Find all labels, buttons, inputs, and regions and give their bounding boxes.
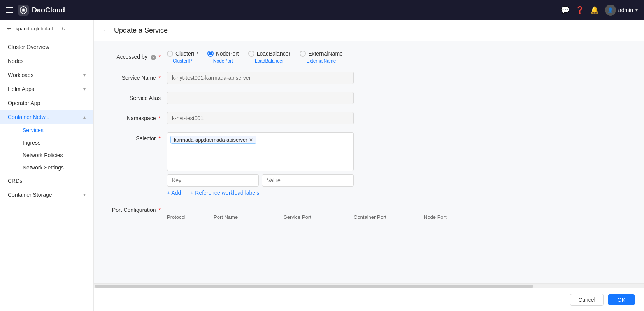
selector-control: karmada-app:karmada-apiserver ✕ + Add xyxy=(167,132,354,196)
sidebar-item-crds[interactable]: CRDs xyxy=(0,174,93,188)
sidebar-item-label: Workloads xyxy=(8,72,33,78)
radio-label-externalname: ExternalName xyxy=(308,51,343,57)
access-type-control: ClusterIP ClusterIP NodePort NodePort xyxy=(167,51,439,64)
user-menu[interactable]: 👤 admin ▾ xyxy=(605,5,638,16)
th-container-port: Container Port xyxy=(354,214,424,220)
chevron-down-icon: ▾ xyxy=(83,72,86,78)
radio-circle-externalname[interactable] xyxy=(300,51,306,57)
service-alias-control xyxy=(167,92,354,104)
sidebar-item-network-policies[interactable]: — Network Policies xyxy=(0,149,93,161)
sidebar-item-helm-apps[interactable]: Helm Apps ▾ xyxy=(0,82,93,96)
chevron-down-icon: ▾ xyxy=(83,192,86,197)
chat-icon[interactable]: 💬 xyxy=(561,6,569,14)
brand-name: DaoCloud xyxy=(32,6,65,14)
value-input[interactable] xyxy=(262,174,354,187)
brand: DaoCloud xyxy=(18,5,65,16)
namespace-row: Namespace * xyxy=(106,112,632,124)
back-cluster-icon[interactable]: ← xyxy=(6,25,12,32)
sidebar-item-workloads[interactable]: Workloads ▾ xyxy=(0,68,93,82)
radio-clusterip[interactable]: ClusterIP ClusterIP xyxy=(167,51,198,64)
sidebar-item-container-storage[interactable]: Container Storage ▾ xyxy=(0,188,93,202)
th-node-port: Node Port xyxy=(424,214,632,220)
chevron-down-icon: ▾ xyxy=(83,86,86,92)
selector-area[interactable]: karmada-app:karmada-apiserver ✕ xyxy=(167,132,354,171)
dash-icon: — xyxy=(12,152,18,158)
required-mark: * xyxy=(159,115,161,121)
service-alias-label: Service Alias xyxy=(106,92,161,101)
dash-icon: — xyxy=(12,140,18,146)
radio-loadbalancer[interactable]: LoadBalancer LoadBalancer xyxy=(248,51,290,64)
sidebar-item-label: Cluster Overview xyxy=(8,44,49,50)
refresh-icon[interactable]: ↻ xyxy=(61,26,66,31)
radio-group: ClusterIP ClusterIP NodePort NodePort xyxy=(167,51,439,64)
avatar: 👤 xyxy=(605,5,616,16)
radio-externalname[interactable]: ExternalName ExternalName xyxy=(300,51,343,64)
selector-row: Selector * karmada-app:karmada-apiserver… xyxy=(106,132,632,196)
form-area: Accessed by ? * ClusterIP ClusterIP xyxy=(94,41,644,283)
radio-sublabel-externalname: ExternalName xyxy=(306,58,336,64)
form-footer: Cancel OK xyxy=(94,288,644,311)
th-port-name: Port Name xyxy=(214,214,284,220)
add-link[interactable]: + Add xyxy=(167,190,181,196)
required-mark: * xyxy=(159,75,161,81)
sidebar-item-label: Container Netw... xyxy=(8,114,49,120)
dash-icon: — xyxy=(12,164,18,171)
radio-label-loadbalancer: LoadBalancer xyxy=(257,51,290,57)
page-title: Update a Service xyxy=(114,26,168,35)
port-config-label: Port Configuration * xyxy=(106,204,161,213)
service-name-row: Service Name * xyxy=(106,72,632,84)
back-button[interactable]: ← xyxy=(103,27,109,34)
selector-tag-close[interactable]: ✕ xyxy=(249,137,253,143)
port-config-row: Port Configuration * Protocol Port Name xyxy=(106,204,632,224)
sidebar-cluster-header[interactable]: ← kpanda-global-cl... ↻ xyxy=(0,20,93,37)
radio-sublabel-clusterip: ClusterIP xyxy=(173,58,192,64)
ok-button[interactable]: OK xyxy=(608,294,635,305)
required-mark: * xyxy=(159,54,161,60)
accessed-by-row: Accessed by ? * ClusterIP ClusterIP xyxy=(106,51,632,64)
page-header: ← Update a Service xyxy=(94,20,644,41)
cancel-button[interactable]: Cancel xyxy=(570,294,604,306)
sidebar-subitem-label: Services xyxy=(23,127,44,133)
sidebar-item-operator-app[interactable]: Operator App xyxy=(0,96,93,110)
cluster-name: kpanda-global-cl... xyxy=(16,26,57,31)
service-name-input[interactable] xyxy=(167,72,354,84)
action-links: + Add + Reference workload labels xyxy=(167,190,354,196)
chevron-up-icon: ▴ xyxy=(83,114,86,120)
sidebar-nav: Cluster Overview Nodes Workloads ▾ Helm … xyxy=(0,37,93,311)
bell-icon[interactable]: 🔔 xyxy=(590,6,599,14)
selector-tag-text: karmada-app:karmada-apiserver xyxy=(174,137,247,143)
radio-label-nodeport: NodePort xyxy=(216,51,239,57)
top-nav: DaoCloud 💬 ❓ 🔔 👤 admin ▾ xyxy=(0,0,644,20)
menu-icon[interactable] xyxy=(6,7,13,13)
service-alias-row: Service Alias xyxy=(106,92,632,104)
sidebar: ← kpanda-global-cl... ↻ Cluster Overview… xyxy=(0,20,94,311)
kv-row xyxy=(167,174,354,187)
sidebar-item-nodes[interactable]: Nodes xyxy=(0,54,93,68)
namespace-input[interactable] xyxy=(167,112,354,124)
radio-nodeport[interactable]: NodePort NodePort xyxy=(207,51,239,64)
help-tooltip-icon[interactable]: ? xyxy=(151,55,156,60)
sidebar-item-network-settings[interactable]: — Network Settings xyxy=(0,161,93,174)
sidebar-item-cluster-overview[interactable]: Cluster Overview xyxy=(0,40,93,54)
horizontal-scrollbar[interactable] xyxy=(94,283,644,288)
sidebar-item-label: Operator App xyxy=(8,100,40,106)
sidebar-item-ingress[interactable]: — Ingress xyxy=(0,136,93,149)
radio-circle-clusterip[interactable] xyxy=(167,51,173,57)
help-icon[interactable]: ❓ xyxy=(576,6,584,14)
sidebar-subitem-label: Ingress xyxy=(23,140,40,146)
selector-tag: karmada-app:karmada-apiserver ✕ xyxy=(170,136,256,144)
sidebar-item-label: Nodes xyxy=(8,58,23,64)
radio-circle-loadbalancer[interactable] xyxy=(248,51,254,57)
h-scroll-thumb[interactable] xyxy=(95,285,533,288)
radio-sublabel-loadbalancer: LoadBalancer xyxy=(255,58,284,64)
service-alias-input[interactable] xyxy=(167,92,354,104)
port-config-table: Protocol Port Name Service Port Containe… xyxy=(167,204,632,224)
sidebar-subitem-label: Network Policies xyxy=(23,152,63,158)
sidebar-item-container-netw[interactable]: Container Netw... ▴ xyxy=(0,110,93,124)
ref-workload-link[interactable]: + Reference workload labels xyxy=(190,190,259,196)
radio-label-clusterip: ClusterIP xyxy=(175,51,198,57)
key-input[interactable] xyxy=(167,174,259,187)
sidebar-item-services[interactable]: — Services xyxy=(0,124,93,136)
radio-circle-nodeport[interactable] xyxy=(207,51,214,57)
required-mark: * xyxy=(159,135,161,142)
